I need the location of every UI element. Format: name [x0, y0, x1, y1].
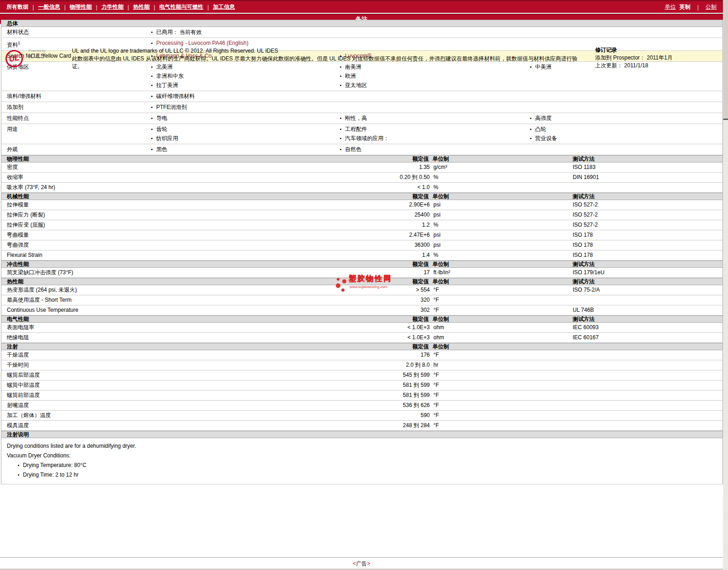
vertical-scrollbar[interactable]: [723, 0, 728, 570]
tab-mechanical[interactable]: 力学性能: [101, 3, 123, 11]
property-unit: °F: [433, 421, 439, 430]
tab-thermal[interactable]: 热性能: [133, 3, 150, 11]
column-header-value: 额定值: [1, 261, 429, 268]
bullet-icon: •: [16, 470, 22, 480]
property-unit: %: [433, 173, 438, 182]
property-test-method: ISO 527-2: [573, 200, 598, 210]
attribute-label: 填料/增强材料: [1, 92, 149, 101]
property-test-method: IEC 60167: [573, 333, 599, 342]
bullet-icon: •: [528, 125, 534, 134]
property-value: 36300: [1, 240, 430, 250]
scrollbar-thumb[interactable]: [723, 0, 728, 120]
attribute-value-item: •齿轮: [149, 125, 338, 134]
tab-physical[interactable]: 物理性能: [70, 3, 92, 11]
nav-separator: |: [33, 4, 34, 11]
attribute-value-item: •汽车领域的应用：: [338, 134, 528, 143]
added-to-prospector-value: 2011年1月: [647, 54, 673, 61]
attribute-value-text: 刚性，高: [345, 115, 367, 121]
attribute-values-column: •自然色: [338, 145, 528, 154]
section-header: 电气性能额定值单位制测试方法: [1, 315, 723, 323]
attribute-value-text: 营业设备: [535, 135, 557, 141]
property-value: 0.20 到 0.50: [1, 173, 430, 182]
attribute-value-text: 已商用： 当前有效: [156, 29, 202, 35]
attribute-value-text: 亚太地区: [345, 82, 367, 88]
units-label-link[interactable]: 单位: [665, 3, 676, 11]
section-header-molding-notes: 注射说明: [1, 431, 723, 438]
property-row: Flexural Strain1.4%ISO 178: [1, 250, 723, 261]
attribute-value-item: •已商用： 当前有效: [149, 27, 338, 37]
nav-separator: |: [127, 4, 129, 11]
property-unit: hr: [433, 360, 438, 370]
column-header-unit: 单位制: [432, 316, 449, 323]
property-unit: %: [433, 183, 438, 192]
tab-processing-info[interactable]: 加工信息: [213, 3, 235, 11]
attribute-value-text: 碳纤维增强材料: [156, 93, 195, 99]
attribute-values-column: [528, 27, 723, 37]
attribute-values-column: [338, 27, 528, 37]
column-header-value: 额定值: [1, 343, 429, 350]
top-nav: 所有数据 | 一般信息 | 物理性能 | 力学性能 | 热性能 | 电气性能与可…: [0, 0, 723, 13]
property-test-method: ISO 178: [573, 250, 593, 260]
powered-by-label: Powered by: [28, 49, 45, 52]
last-updated-label: 上次更新：: [595, 62, 623, 69]
nav-separator: |: [697, 4, 699, 11]
attribute-values-column: •高强度: [528, 114, 723, 123]
tab-general-info[interactable]: 一般信息: [38, 3, 60, 11]
tab-all-data[interactable]: 所有数据: [6, 3, 28, 11]
attribute-label: 用途: [1, 125, 149, 143]
revision-record-title: 修订记录: [595, 46, 673, 54]
property-row: 拉伸模量2.90E+6psiISO 527-2: [1, 200, 723, 210]
attribute-value-text: 工程配件: [345, 126, 367, 132]
section-title: 总体: [1, 20, 18, 27]
nav-separator: |: [96, 4, 97, 11]
property-row: 射嘴温度536 到 626°F: [1, 401, 723, 411]
property-value: 176: [1, 350, 430, 360]
property-test-method: ISO 527-2: [573, 220, 598, 230]
column-header-value: 额定值: [1, 316, 429, 323]
column-header-value: 额定值: [1, 193, 429, 200]
bullet-icon: •: [149, 27, 155, 37]
property-unit: °F: [433, 391, 439, 400]
tab-electrical-flammability[interactable]: 电气性能与可燃性: [159, 3, 203, 11]
added-to-prospector-label: 添加到 Prospector：: [595, 54, 645, 61]
property-value: 248 到 284: [1, 421, 430, 430]
section-header: 物理性能额定值单位制测试方法: [1, 155, 723, 163]
section-title: 注射说明: [1, 431, 29, 438]
attribute-values-column: •碳纤维增强材料: [149, 92, 338, 101]
property-row: 拉伸应力 (断裂)25400psiISO 527-2: [1, 210, 723, 220]
attribute-value-text: 拉丁美洲: [156, 82, 178, 88]
attribute-values-column: •凸轮•营业设备: [528, 125, 723, 143]
property-test-method: ISO 75-2/A: [573, 285, 600, 295]
ides-wordmark: IDES: [28, 52, 45, 60]
attribute-values-column: •刚性，高: [338, 114, 528, 123]
property-unit: °F: [433, 380, 439, 390]
powered-by-ides: Powered by IDES: [28, 49, 45, 60]
property-row: 收缩率0.20 到 0.50%DIN 16901: [1, 173, 723, 183]
property-value: 25400: [1, 210, 430, 220]
attribute-value-text: 高强度: [535, 115, 552, 121]
column-header-test-method: 测试方法: [573, 261, 595, 268]
property-value: 2.47E+6: [1, 230, 430, 240]
attribute-value-item: •拉丁美洲: [149, 81, 338, 90]
section-header: 冲击性能额定值单位制测试方法: [1, 261, 723, 268]
unit-metric-link[interactable]: 公制: [706, 3, 717, 11]
attribute-value-text: 齿轮: [156, 126, 167, 132]
property-row: 加工（熔体）温度590°F: [1, 411, 723, 421]
property-row: 干燥温度176°F: [1, 350, 723, 360]
attribute-value-text: 凸轮: [535, 126, 546, 132]
property-value: 581 到 599: [1, 391, 430, 400]
property-value: < 1.0: [1, 183, 430, 192]
property-row: 弯曲强度36300psiISO 178: [1, 240, 723, 250]
bullet-icon: •: [149, 125, 155, 134]
property-value: 302: [1, 305, 430, 315]
molding-notes-content: Drying conditions listed are for a dehum…: [1, 438, 723, 484]
property-test-method: ISO 179/1eU: [573, 268, 604, 277]
property-value: 1.2: [1, 220, 430, 230]
attribute-row: 性能特点•导电•刚性，高•高强度: [1, 113, 723, 124]
attribute-value-item: •工程配件: [338, 125, 528, 134]
property-value: < 1.0E+3: [1, 333, 430, 342]
property-unit: °F: [433, 401, 439, 410]
property-row: 螺筒前部温度581 到 599°F: [1, 391, 723, 401]
column-header-unit: 单位制: [432, 156, 449, 163]
property-test-method: ISO 1183: [573, 163, 596, 172]
